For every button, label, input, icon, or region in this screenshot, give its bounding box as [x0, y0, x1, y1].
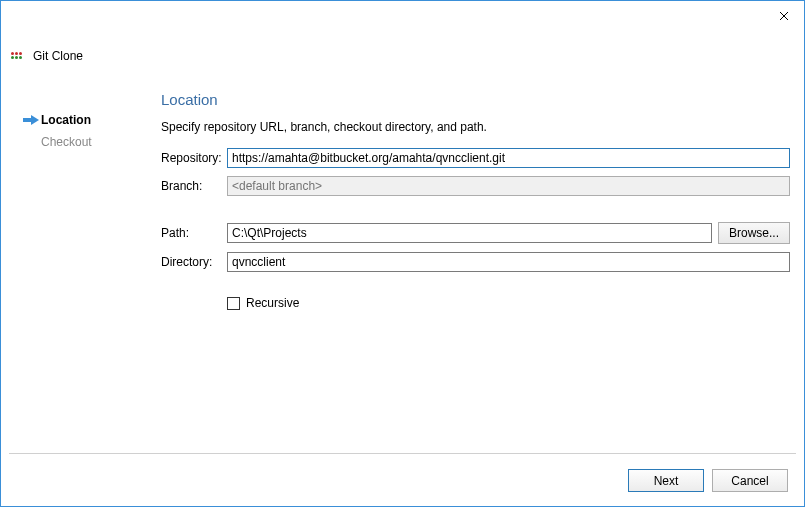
sidebar-item-checkout[interactable]: Checkout — [19, 131, 139, 153]
repository-label: Repository: — [161, 151, 227, 165]
branch-input[interactable] — [227, 176, 790, 196]
section-title: Location — [161, 91, 790, 108]
svg-marker-3 — [31, 115, 39, 125]
path-input[interactable] — [227, 223, 712, 243]
svg-rect-2 — [23, 118, 31, 122]
git-icon — [11, 51, 27, 61]
section-description: Specify repository URL, branch, checkout… — [161, 120, 790, 134]
path-label: Path: — [161, 226, 227, 240]
sidebar-item-location[interactable]: Location — [19, 109, 139, 131]
recursive-checkbox[interactable] — [227, 297, 240, 310]
dialog-header: Git Clone — [11, 49, 83, 63]
arrow-right-icon — [23, 114, 41, 126]
close-button[interactable] — [770, 5, 798, 27]
footer-separator — [9, 453, 796, 454]
next-button[interactable]: Next — [628, 469, 704, 492]
branch-label: Branch: — [161, 179, 227, 193]
sidebar-item-label: Checkout — [41, 135, 92, 149]
wizard-sidebar: Location Checkout — [19, 109, 139, 153]
repository-input[interactable] — [227, 148, 790, 168]
close-icon — [779, 11, 789, 21]
cancel-button[interactable]: Cancel — [712, 469, 788, 492]
directory-label: Directory: — [161, 255, 227, 269]
footer-buttons: Next Cancel — [628, 469, 788, 492]
main-panel: Location Specify repository URL, branch,… — [161, 91, 790, 310]
browse-button[interactable]: Browse... — [718, 222, 790, 244]
dialog-title: Git Clone — [33, 49, 83, 63]
sidebar-item-label: Location — [41, 113, 91, 127]
recursive-label: Recursive — [246, 296, 299, 310]
directory-input[interactable] — [227, 252, 790, 272]
